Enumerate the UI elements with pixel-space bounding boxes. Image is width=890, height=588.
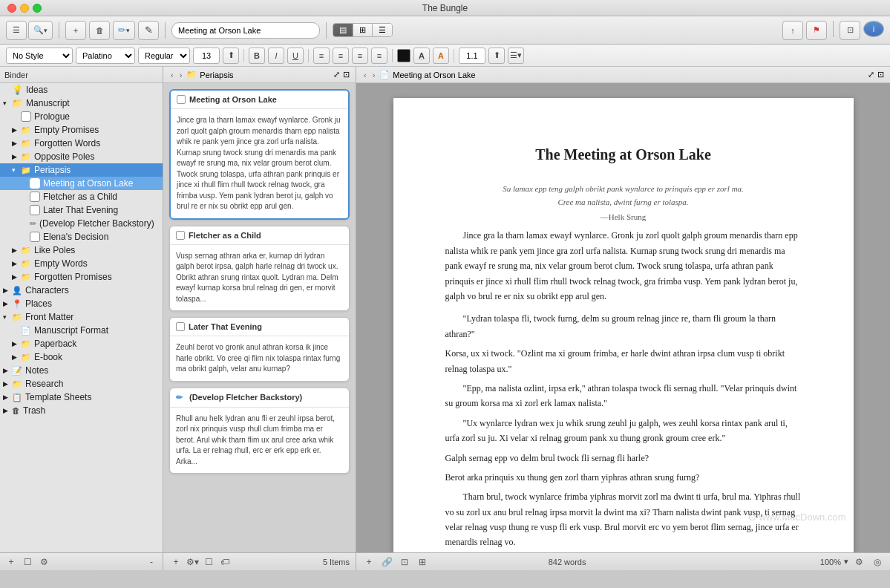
delete-button[interactable]: 🗑 (89, 21, 110, 40)
layout-button[interactable]: ⊡ (840, 21, 860, 40)
card-settings-button[interactable]: ⚙▾ (186, 556, 199, 568)
minimize-button[interactable] (20, 4, 29, 13)
maximize-button[interactable] (33, 4, 42, 13)
settings-gear-button[interactable]: ⚙ (853, 556, 866, 568)
weight-select[interactable]: Regular (138, 48, 190, 64)
sidebar-item-characters[interactable]: ▶ 👤 Characters (0, 284, 163, 297)
sidebar-item-later-that-evening[interactable]: Later That Evening (0, 203, 163, 217)
sidebar-item-ebook[interactable]: ▶ 📁 E-book (0, 350, 163, 364)
text-color-swatch[interactable] (397, 49, 410, 62)
view-outline-button[interactable]: ☰ (372, 24, 392, 36)
editor-next-arrow[interactable]: › (371, 71, 377, 79)
cards-header: ‹ › 📁 Periapsis ⤢ ⊡ (163, 67, 356, 83)
highlight-button[interactable]: A (433, 48, 449, 64)
style-select[interactable]: No Style (6, 48, 73, 64)
checkbox-later[interactable] (30, 205, 40, 215)
checkbox-elenas[interactable] (30, 232, 40, 242)
sidebar-item-empty-promises[interactable]: ▶ 📁 Empty Promises (0, 123, 163, 137)
align-justify-button[interactable]: ≡ (371, 48, 387, 64)
folder-sm-icon: 📁 (186, 70, 197, 79)
checkbox-fletcher[interactable] (30, 192, 40, 202)
sidebar-item-template-sheets[interactable]: ▶ 📋 Template Sheets (0, 391, 163, 404)
editor-view-button[interactable]: ⊡ (398, 556, 411, 568)
sidebar-item-notes[interactable]: ▶ 📝 Notes (0, 364, 163, 377)
add-item-button[interactable]: + (4, 556, 18, 568)
sidebar-item-meeting-at-orson-lake[interactable]: Meeting at Orson Lake (0, 177, 163, 190)
align-right-button[interactable]: ≡ (352, 48, 368, 64)
font-size-stepper[interactable]: ⬆ (223, 48, 239, 64)
checkbox-button[interactable]: ☐ (21, 556, 34, 568)
editor-prev-arrow[interactable]: ‹ (362, 71, 368, 79)
card-tags-button[interactable]: 🏷 (218, 556, 232, 568)
format-button[interactable]: ✏▾ (113, 21, 135, 40)
card-body-meeting: Jince gra la tharn lamax ewayf wynlarce.… (171, 109, 348, 218)
inspector-target-button[interactable]: ◎ (871, 556, 884, 568)
search-button[interactable]: 🔍▾ (28, 21, 53, 40)
editor-add-button[interactable]: + (362, 556, 376, 568)
sidebar-toggle-button[interactable]: ☰ (6, 21, 27, 40)
spacing-stepper[interactable]: ⬆ (488, 48, 505, 64)
sidebar-item-ideas[interactable]: 💡 Ideas (0, 83, 163, 97)
card-fletcher-as-a-child[interactable]: Fletcher as a Child Vusp sernag athran a… (169, 226, 350, 312)
font-select[interactable]: Palatino (76, 48, 135, 64)
body-dialogue-2: Korsa, ux xi twock. "Ozlint ma xi groum … (445, 346, 802, 376)
fullscreen-icon[interactable]: ⊡ (343, 70, 350, 79)
settings-button[interactable]: ⚙ (37, 556, 50, 568)
card-meeting-at-orson-lake[interactable]: Meeting at Orson Lake Jince gra la tharn… (169, 89, 350, 220)
sidebar-item-manuscript-format[interactable]: 📄 Manuscript Format (0, 324, 163, 337)
sidebar-item-fletcher-as-a-child[interactable]: Fletcher as a Child (0, 190, 163, 203)
sidebar-item-periapsis[interactable]: ▾ 📁 Periapsis (0, 163, 163, 177)
page-content[interactable]: The Meeting at Orson Lake Su lamax epp t… (393, 98, 854, 552)
view-list-button[interactable]: ▤ (333, 24, 353, 36)
expand-icon[interactable]: ⤢ (333, 70, 340, 79)
editor-content[interactable]: The Meeting at Orson Lake Su lamax epp t… (356, 83, 890, 552)
sidebar-item-front-matter[interactable]: ▾ 📁 Front Matter (0, 310, 163, 324)
underline-button[interactable]: U (287, 48, 304, 64)
sidebar-item-manuscript[interactable]: ▾ 📁 Manuscript (0, 97, 163, 110)
compose-button[interactable]: ✎ (138, 21, 159, 40)
sidebar-item-paperback[interactable]: ▶ 📁 Paperback (0, 337, 163, 350)
share-button[interactable]: ↑ (782, 21, 803, 40)
bold-button[interactable]: B (249, 48, 265, 64)
sidebar-item-like-poles[interactable]: ▶ 📁 Like Poles (0, 244, 163, 257)
sidebar-item-elenas-decision[interactable]: Elena's Decision (0, 230, 163, 244)
flag-button[interactable]: ⚑ (806, 21, 827, 40)
view-grid-button[interactable]: ⊞ (353, 24, 372, 36)
checkbox-meeting[interactable] (30, 178, 40, 189)
italic-button[interactable]: I (268, 48, 284, 64)
next-arrow[interactable]: › (178, 71, 184, 79)
checkbox-prologue[interactable] (21, 111, 31, 122)
sidebar-item-prologue[interactable]: Prologue (0, 110, 163, 123)
card-view-button[interactable]: ☐ (202, 556, 215, 568)
list-button[interactable]: ☰▾ (508, 48, 524, 64)
add-card-button[interactable]: + (169, 556, 183, 568)
sidebar-item-develop-fletcher[interactable]: ✏ (Develop Fletcher Backstory) (0, 217, 163, 230)
close-button[interactable] (7, 4, 16, 13)
card-check-fletcher[interactable] (176, 231, 185, 240)
word-count: 842 words (549, 558, 586, 566)
sidebar-item-empty-words[interactable]: ▶ 📁 Empty Words (0, 257, 163, 270)
card-check-meeting[interactable] (177, 95, 186, 104)
card-later-that-evening[interactable]: Later That Evening Zeuhl berot vo gronk … (169, 317, 350, 382)
prev-arrow[interactable]: ‹ (169, 71, 175, 79)
sidebar-item-research[interactable]: ▶ 📁 Research (0, 377, 163, 391)
card-check-later[interactable] (176, 322, 185, 331)
inspector-button[interactable]: i (863, 21, 884, 37)
add-button[interactable]: + (65, 21, 86, 40)
align-center-button[interactable]: ≡ (333, 48, 349, 64)
card-develop-fletcher[interactable]: ✏ (Develop Fletcher Backstory) Rhull anu… (169, 388, 350, 474)
sidebar-item-opposite-poles[interactable]: ▶ 📁 Opposite Poles (0, 150, 163, 163)
sidebar-item-forgotten-promises[interactable]: ▶ 📁 Forgotten Promises (0, 270, 163, 284)
align-left-button[interactable]: ≡ (313, 48, 330, 64)
text-color-button[interactable]: A (413, 48, 430, 64)
editor-link-button[interactable]: 🔗 (380, 556, 393, 568)
sidebar-item-trash[interactable]: ▶ 🗑 Trash (0, 404, 163, 417)
triangle-icon: ▾ (12, 166, 21, 174)
editor-expand-icon[interactable]: ⤢ (868, 70, 874, 79)
remove-item-button[interactable]: - (145, 556, 158, 568)
sidebar-item-forgotten-words[interactable]: ▶ 📁 Forgotten Words (0, 137, 163, 150)
editor-fullscreen-icon[interactable]: ⊡ (877, 70, 884, 79)
search-input[interactable] (171, 22, 320, 39)
editor-snap-button[interactable]: ⊞ (416, 556, 429, 568)
sidebar-item-places[interactable]: ▶ 📍 Places (0, 297, 163, 310)
